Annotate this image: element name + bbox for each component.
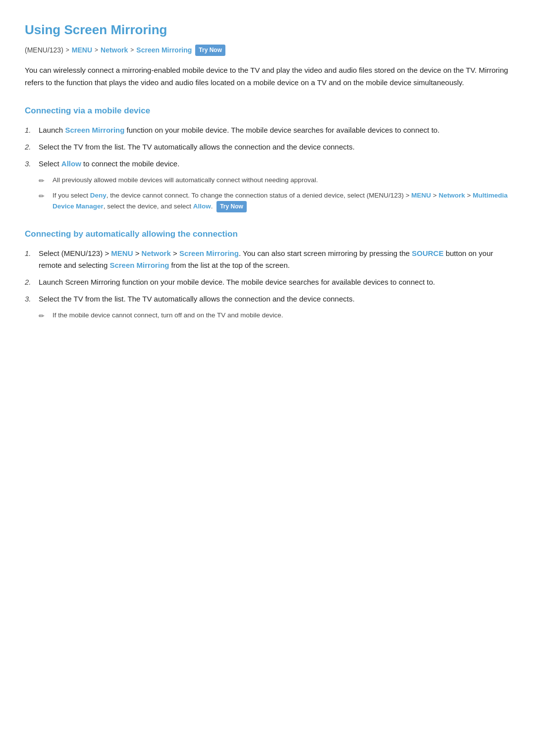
step-2-1-mid: . You can also start screen mirroring by… bbox=[239, 249, 412, 257]
step-number-2-2: 2. bbox=[25, 276, 39, 288]
intro-text: You can wirelessly connect a mirroring-e… bbox=[25, 64, 510, 89]
breadcrumb-chevron-2: > bbox=[95, 46, 98, 55]
note-1-2-chev2: > bbox=[433, 192, 439, 199]
step-content-1-2: Select the TV from the list. The TV auto… bbox=[39, 141, 510, 153]
breadcrumb-chevron-3: > bbox=[130, 46, 134, 55]
step-1-1-highlight: Screen Mirroring bbox=[65, 126, 124, 134]
note-1-2-deny: Deny bbox=[90, 192, 107, 199]
step-number-1-2: 2. bbox=[25, 141, 39, 153]
step-2-1-network: Network bbox=[142, 249, 171, 257]
note-icon-1-1: ✏ bbox=[39, 175, 50, 186]
note-1-2-menu: MENU bbox=[411, 192, 431, 199]
note-1-2-allow: Allow bbox=[193, 202, 211, 210]
step-2-2: 2. Launch Screen Mirroring function on y… bbox=[25, 276, 510, 288]
step-number-2-1: 1. bbox=[25, 248, 39, 259]
note-1-1: ✏ All previously allowed mobile devices … bbox=[39, 175, 510, 186]
note-1-2-before: If you select bbox=[53, 192, 90, 199]
step-number-2-3: 3. bbox=[25, 293, 39, 305]
try-now-badge-header[interactable]: Try Now bbox=[195, 45, 225, 56]
breadcrumb-menu: MENU bbox=[72, 45, 92, 55]
section2-title: Connecting by automatically allowing the… bbox=[25, 227, 510, 241]
section-connecting-via-mobile: Connecting via a mobile device 1. Launch… bbox=[25, 104, 510, 212]
step-2-1-chev1: > bbox=[105, 249, 111, 257]
breadcrumb-screen-mirroring: Screen Mirroring bbox=[136, 45, 192, 55]
note-1-2-chev1: > bbox=[406, 192, 412, 199]
step-1-2: 2. Select the TV from the list. The TV a… bbox=[25, 141, 510, 153]
breadcrumb-network: Network bbox=[101, 45, 128, 55]
breadcrumb: (MENU/123) > MENU > Network > Screen Mir… bbox=[25, 45, 510, 56]
step-2-3: 3. Select the TV from the list. The TV a… bbox=[25, 293, 510, 305]
section2-steps: 1. Select (MENU/123) > MENU > Network > … bbox=[25, 248, 510, 305]
note-text-2-1: If the mobile device cannot connect, tur… bbox=[53, 310, 510, 321]
step-2-1-screen-mirroring: Screen Mirroring bbox=[179, 249, 239, 257]
step-2-1-chev3: > bbox=[173, 249, 179, 257]
note-icon-2-1: ✏ bbox=[39, 310, 50, 321]
section2-notes: ✏ If the mobile device cannot connect, t… bbox=[39, 310, 510, 321]
step-content-2-3: Select the TV from the list. The TV auto… bbox=[39, 293, 510, 305]
step-1-3-allow: Allow bbox=[61, 159, 81, 168]
note-text-1-2: If you select Deny, the device cannot co… bbox=[53, 190, 510, 212]
breadcrumb-menu123: (MENU/123) bbox=[25, 45, 63, 55]
step-content-1-1: Launch Screen Mirroring function on your… bbox=[39, 124, 510, 136]
note-1-2-mid2: , select the device, and select bbox=[104, 202, 193, 210]
step-1-3-text-before: Select bbox=[39, 159, 61, 168]
section-auto-allow: Connecting by automatically allowing the… bbox=[25, 227, 510, 322]
step-1-3: 3. Select Allow to connect the mobile de… bbox=[25, 158, 510, 170]
note-1-2-mid1: , the device cannot connect. To change t… bbox=[107, 192, 367, 199]
page-title: Using Screen Mirroring bbox=[25, 20, 510, 41]
section1-notes: ✏ All previously allowed mobile devices … bbox=[39, 175, 510, 212]
note-2-1: ✏ If the mobile device cannot connect, t… bbox=[39, 310, 510, 321]
step-1-1: 1. Launch Screen Mirroring function on y… bbox=[25, 124, 510, 136]
section1-steps: 1. Launch Screen Mirroring function on y… bbox=[25, 124, 510, 170]
note-icon-1-2: ✏ bbox=[39, 190, 50, 202]
step-content-2-2: Launch Screen Mirroring function on your… bbox=[39, 276, 510, 288]
step-content-2-1: Select (MENU/123) > MENU > Network > Scr… bbox=[39, 248, 510, 271]
step-number-1-1: 1. bbox=[25, 124, 39, 136]
note-1-2-network: Network bbox=[439, 192, 465, 199]
step-2-1-source: SOURCE bbox=[412, 249, 443, 257]
step-2-1-menu123: (MENU/123) bbox=[61, 249, 103, 257]
section1-title: Connecting via a mobile device bbox=[25, 104, 510, 117]
step-content-1-3: Select Allow to connect the mobile devic… bbox=[39, 158, 510, 170]
note-1-2-chev3: > bbox=[467, 192, 473, 199]
note-1-2: ✏ If you select Deny, the device cannot … bbox=[39, 190, 510, 212]
step-2-1: 1. Select (MENU/123) > MENU > Network > … bbox=[25, 248, 510, 271]
step-1-1-text-after: function on your mobile device. The mobi… bbox=[124, 126, 439, 134]
step-2-1-after: from the list at the top of the screen. bbox=[169, 261, 289, 269]
step-2-1-screen-mirroring2: Screen Mirroring bbox=[109, 261, 169, 269]
step-2-1-before: Select bbox=[39, 249, 61, 257]
try-now-badge-note[interactable]: Try Now bbox=[216, 201, 247, 212]
step-number-1-3: 3. bbox=[25, 158, 39, 170]
note-text-1-1: All previously allowed mobile devices wi… bbox=[53, 175, 510, 186]
step-2-1-chev2: > bbox=[135, 249, 142, 257]
step-1-3-text-after: to connect the mobile device. bbox=[81, 159, 179, 168]
breadcrumb-chevron-1: > bbox=[66, 46, 69, 55]
step-1-1-text-before: Launch bbox=[39, 126, 65, 134]
note-1-2-menu123: (MENU/123) bbox=[367, 192, 404, 199]
step-2-1-menu: MENU bbox=[111, 249, 133, 257]
